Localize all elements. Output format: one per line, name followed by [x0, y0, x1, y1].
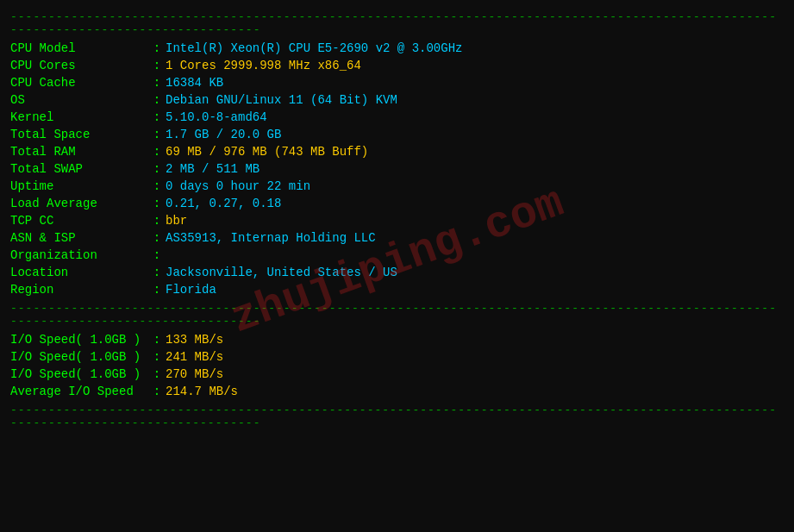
row-value: Intel(R) Xeon(R) CPU E5-2690 v2 @ 3.00GH… [166, 40, 784, 57]
system-info-row: TCP CC:bbr [10, 212, 784, 229]
terminal-container: ----------------------------------------… [10, 10, 784, 429]
system-info-row: Total RAM:69 MB / 976 MB (743 MB Buff) [10, 143, 784, 160]
row-value [166, 247, 784, 264]
row-label: CPU Cache [10, 74, 148, 91]
io-info-row: I/O Speed( 1.0GB ):241 MB/s [10, 348, 784, 366]
row-label: Load Average [10, 195, 148, 212]
system-section: CPU Model:Intel(R) Xeon(R) CPU E5-2690 v… [10, 40, 784, 298]
row-label: Location [10, 264, 148, 281]
row-value: Jacksonville, United States / US [166, 264, 784, 281]
row-value: 241 MB/s [166, 348, 784, 366]
row-label: Total Space [10, 126, 148, 143]
row-colon: : [148, 74, 166, 91]
row-value: 1.7 GB / 20.0 GB [166, 126, 784, 143]
row-colon: : [148, 143, 166, 160]
system-info-row: Kernel:5.10.0-8-amd64 [10, 109, 784, 126]
system-info-row: Uptime:0 days 0 hour 22 min [10, 178, 784, 195]
io-info-row: I/O Speed( 1.0GB ):133 MB/s [10, 331, 784, 348]
row-label: Uptime [10, 178, 148, 195]
bottom-dashes: ----------------------------------------… [10, 404, 784, 429]
row-value: 0 days 0 hour 22 min [166, 178, 784, 195]
row-colon: : [148, 178, 166, 195]
row-label: CPU Model [10, 40, 148, 57]
row-value: Florida [166, 281, 784, 298]
row-label: I/O Speed( 1.0GB ) [10, 366, 148, 383]
row-colon: : [148, 331, 166, 348]
io-section: I/O Speed( 1.0GB ):133 MB/sI/O Speed( 1.… [10, 331, 784, 400]
row-value: 5.10.0-8-amd64 [166, 109, 784, 126]
row-label: Average I/O Speed [10, 383, 148, 400]
row-colon: : [148, 91, 166, 109]
row-label: TCP CC [10, 212, 148, 229]
row-colon: : [148, 40, 166, 57]
row-label: Organization [10, 247, 148, 264]
system-info-row: OS:Debian GNU/Linux 11 (64 Bit) KVM [10, 91, 784, 109]
row-label: Region [10, 281, 148, 298]
system-info-row: Organization: [10, 247, 784, 264]
row-colon: : [148, 126, 166, 143]
row-value: 270 MB/s [166, 366, 784, 383]
row-value: 1 Cores 2999.998 MHz x86_64 [166, 57, 784, 74]
row-label: OS [10, 91, 148, 109]
row-value: 2 MB / 511 MB [166, 160, 784, 178]
row-value: 214.7 MB/s [166, 383, 784, 400]
row-value: AS35913, Internap Holding LLC [166, 229, 784, 247]
row-colon: : [148, 366, 166, 383]
row-value: Debian GNU/Linux 11 (64 Bit) KVM [166, 91, 784, 109]
system-info-row: ASN & ISP:AS35913, Internap Holding LLC [10, 229, 784, 247]
row-label: I/O Speed( 1.0GB ) [10, 331, 148, 348]
row-value: 16384 KB [166, 74, 784, 91]
row-label: I/O Speed( 1.0GB ) [10, 348, 148, 366]
system-info-row: Region:Florida [10, 281, 784, 298]
system-info-row: Location:Jacksonville, United States / U… [10, 264, 784, 281]
row-value: 0.21, 0.27, 0.18 [166, 195, 784, 212]
row-value: 133 MB/s [166, 331, 784, 348]
top-dashes: ----------------------------------------… [10, 10, 784, 36]
row-colon: : [148, 247, 166, 264]
row-colon: : [148, 195, 166, 212]
row-label: ASN & ISP [10, 229, 148, 247]
row-colon: : [148, 383, 166, 400]
middle-dashes: ----------------------------------------… [10, 302, 784, 328]
system-info-row: CPU Cores:1 Cores 2999.998 MHz x86_64 [10, 57, 784, 74]
row-colon: : [148, 160, 166, 178]
system-info-row: CPU Cache:16384 KB [10, 74, 784, 91]
row-colon: : [148, 212, 166, 229]
io-info-table: I/O Speed( 1.0GB ):133 MB/sI/O Speed( 1.… [10, 331, 784, 400]
row-value: bbr [166, 212, 784, 229]
row-label: Kernel [10, 109, 148, 126]
io-info-row: I/O Speed( 1.0GB ):270 MB/s [10, 366, 784, 383]
io-info-row: Average I/O Speed:214.7 MB/s [10, 383, 784, 400]
system-info-table: CPU Model:Intel(R) Xeon(R) CPU E5-2690 v… [10, 40, 784, 298]
system-info-row: Load Average:0.21, 0.27, 0.18 [10, 195, 784, 212]
row-colon: : [148, 348, 166, 366]
system-info-row: Total Space:1.7 GB / 20.0 GB [10, 126, 784, 143]
row-colon: : [148, 264, 166, 281]
row-label: Total SWAP [10, 160, 148, 178]
row-colon: : [148, 109, 166, 126]
system-info-row: CPU Model:Intel(R) Xeon(R) CPU E5-2690 v… [10, 40, 784, 57]
row-label: Total RAM [10, 143, 148, 160]
system-info-row: Total SWAP:2 MB / 511 MB [10, 160, 784, 178]
row-value: 69 MB / 976 MB (743 MB Buff) [166, 143, 784, 160]
row-label: CPU Cores [10, 57, 148, 74]
row-colon: : [148, 57, 166, 74]
row-colon: : [148, 281, 166, 298]
row-colon: : [148, 229, 166, 247]
